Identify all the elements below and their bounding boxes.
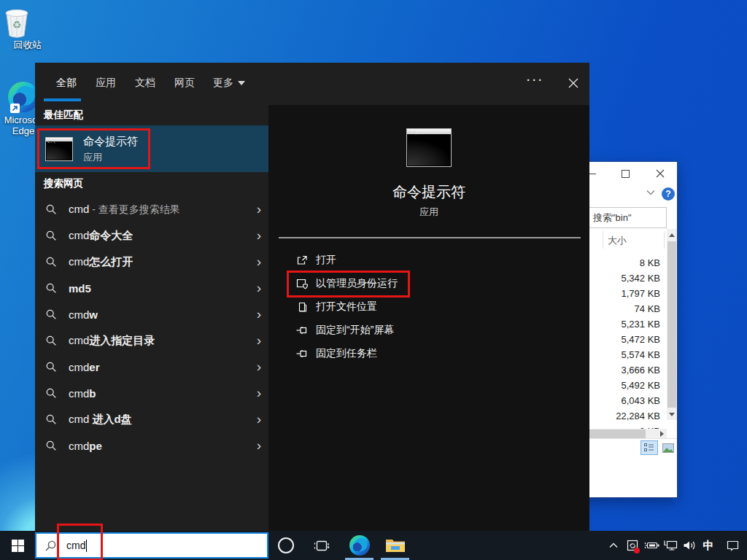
- chevron-right-icon: ›: [257, 387, 261, 399]
- taskbar-search-value: cmd: [66, 540, 85, 551]
- web-suggestion-row[interactable]: cmd 进入d盘›: [35, 406, 268, 432]
- suggestion-text: cmd进入指定目录: [69, 334, 155, 348]
- ime-indicator[interactable]: 中: [699, 531, 718, 560]
- maximize-button[interactable]: [613, 162, 638, 185]
- close-button[interactable]: [648, 162, 673, 185]
- tab-documents[interactable]: 文档: [134, 77, 156, 90]
- pin-icon: [295, 324, 309, 336]
- scroll-up-icon[interactable]: [667, 229, 677, 241]
- search-icon: [45, 440, 57, 451]
- tab-web[interactable]: 网页: [174, 77, 196, 90]
- panel-close-icon[interactable]: [562, 71, 585, 95]
- details-view-button[interactable]: [640, 440, 658, 455]
- recycle-bin-desktop-icon[interactable]: ♻ 回收站: [0, 6, 55, 50]
- edge-icon: [349, 535, 370, 556]
- edge-icon: [8, 82, 39, 112]
- cmd-icon-large: C:\: [406, 128, 452, 167]
- search-icon: [45, 308, 57, 320]
- action-menu: 打开 以管理员身份运行 打开文件位置: [268, 249, 589, 365]
- search-icon: [45, 387, 57, 399]
- best-match-result[interactable]: C:\ 命令提示符 应用: [35, 125, 268, 172]
- web-suggestion-row[interactable]: cmdw›: [35, 301, 268, 327]
- chevron-right-icon: ›: [257, 282, 261, 294]
- web-suggestion-row[interactable]: cmd进入指定目录›: [35, 327, 268, 354]
- explorer-search-text: 搜索"bin": [593, 211, 632, 225]
- edge-taskbar-button[interactable]: [349, 531, 371, 560]
- tab-all[interactable]: 全部: [55, 77, 77, 90]
- file-explorer-icon: [385, 537, 406, 553]
- recycle-bin-label: 回收站: [0, 39, 55, 50]
- thumbnail-view-button[interactable]: [659, 440, 677, 455]
- preview-pane: C:\ 命令提示符 应用 打开 以管理员身份运行: [268, 105, 589, 531]
- volume-icon[interactable]: [680, 531, 699, 560]
- web-suggestion-row[interactable]: cmder›: [35, 354, 268, 380]
- svg-text:♻: ♻: [12, 19, 22, 31]
- chevron-right-icon: ›: [257, 203, 261, 215]
- tab-more[interactable]: 更多: [213, 77, 235, 90]
- update-notification-icon[interactable]: [623, 531, 642, 560]
- recycle-bin-icon: ♻: [0, 6, 34, 39]
- tray-expand-icon[interactable]: [604, 531, 623, 560]
- web-suggestion-row[interactable]: cmd怎么打开›: [35, 249, 268, 275]
- vertical-scrollbar-thumb[interactable]: [667, 241, 676, 408]
- chevron-right-icon: ›: [257, 308, 261, 320]
- best-match-subtitle: 应用: [83, 151, 138, 164]
- battery-icon[interactable]: [642, 531, 661, 560]
- system-tray: 中: [604, 531, 747, 560]
- web-suggestion-row[interactable]: md5›: [35, 275, 268, 301]
- chevron-right-icon: ›: [257, 230, 261, 241]
- search-icon: [45, 413, 57, 425]
- shortcut-arrow-icon: [10, 104, 20, 113]
- suggestion-text: cmd怎么打开: [69, 255, 133, 269]
- web-suggestion-row[interactable]: cmdb›: [35, 380, 268, 406]
- cmd-icon: C:\: [45, 137, 73, 161]
- task-view-button[interactable]: [312, 531, 331, 560]
- network-icon[interactable]: [661, 531, 680, 560]
- suggestion-text: cmd - 查看更多搜索结果: [69, 203, 180, 217]
- chevron-right-icon: ›: [257, 440, 261, 451]
- active-tab-indicator: [44, 98, 81, 101]
- suggestion-text: cmdpe: [69, 440, 102, 452]
- more-options-icon[interactable]: ···: [527, 74, 546, 86]
- taskbar: cmd: [0, 531, 747, 560]
- column-header-size[interactable]: 大小: [608, 234, 627, 247]
- menu-item-run-as-admin[interactable]: 以管理员身份运行: [268, 272, 589, 295]
- vertical-scrollbar[interactable]: [667, 229, 677, 420]
- start-button[interactable]: [0, 531, 35, 560]
- suggestion-text: cmder: [69, 361, 100, 373]
- chevron-right-icon: ›: [257, 335, 261, 346]
- best-match-header: 最佳匹配: [44, 109, 83, 122]
- web-suggestion-row[interactable]: cmdpe›: [35, 432, 268, 459]
- taskbar-search-input[interactable]: cmd: [35, 532, 268, 559]
- help-icon[interactable]: ?: [662, 187, 675, 201]
- web-suggestion-row[interactable]: cmd - 查看更多搜索结果›: [35, 196, 268, 222]
- scroll-down-icon[interactable]: [667, 408, 677, 420]
- web-suggestion-row[interactable]: cmd命令大全›: [35, 222, 268, 249]
- web-suggestion-list: cmd - 查看更多搜索结果›cmd命令大全›cmd怎么打开›md5›cmdw›…: [35, 196, 268, 459]
- scroll-right-icon[interactable]: [660, 429, 664, 439]
- menu-item-pin-to-taskbar[interactable]: 固定到任务栏: [268, 342, 589, 365]
- menu-item-open[interactable]: 打开: [268, 249, 589, 272]
- windows-desktop: { "colors":{"accent":"#0f7fd7","annotati…: [0, 0, 747, 560]
- search-web-header: 搜索网页: [44, 177, 83, 190]
- search-icon: [45, 335, 57, 346]
- task-view-icon: [314, 540, 330, 552]
- ribbon-collapse-icon[interactable]: [646, 190, 655, 195]
- chevron-right-icon: ›: [257, 256, 261, 268]
- menu-item-pin-to-start[interactable]: 固定到“开始”屏幕: [268, 319, 589, 342]
- tab-apps[interactable]: 应用: [95, 77, 117, 90]
- admin-shield-icon: [295, 278, 309, 289]
- search-icon: [45, 203, 57, 215]
- menu-item-open-file-location[interactable]: 打开文件位置: [268, 295, 589, 319]
- search-tabs-bar: 全部 应用 文档 网页 更多 ···: [35, 63, 589, 105]
- cortana-icon: [278, 537, 294, 553]
- action-center-icon[interactable]: [718, 531, 747, 560]
- cortana-button[interactable]: [276, 531, 296, 560]
- search-icon: [45, 230, 57, 241]
- file-explorer-button[interactable]: [384, 531, 406, 560]
- suggestion-text: cmd命令大全: [69, 229, 133, 243]
- search-icon: [45, 282, 57, 294]
- pin-icon: [295, 348, 309, 359]
- suggestion-text: cmdw: [69, 308, 98, 321]
- suggestion-text: cmdb: [69, 387, 96, 400]
